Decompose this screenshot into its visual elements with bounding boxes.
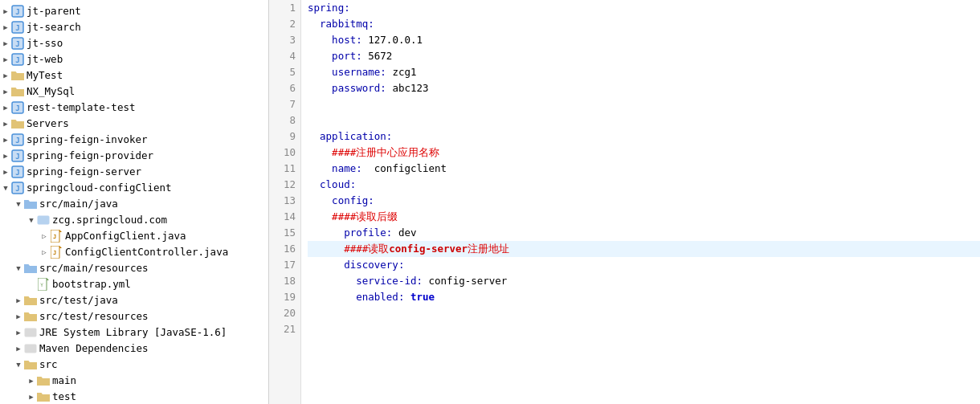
sidebar-item-bootstrap-yml[interactable]: Ybootstrap.yml <box>0 276 268 292</box>
sidebar-item-AppConfigClient[interactable]: ▷JAppConfigClient.java <box>0 228 268 244</box>
tree-arrow-icon: ▶ <box>0 86 11 97</box>
sidebar-item-src-test-resources[interactable]: ▶src/test/resources <box>0 308 268 324</box>
code-line <box>308 305 980 321</box>
line-number: 14 <box>269 209 300 225</box>
sidebar-item-rest-template-test[interactable]: ▶Jrest-template-test <box>0 100 268 116</box>
tree-arrow-icon: ▶ <box>0 38 11 49</box>
tree-item-label: MyTest <box>27 68 63 83</box>
sidebar-item-springcloud-configClient[interactable]: ▼Jspringcloud-configClient <box>0 180 268 196</box>
svg-text:J: J <box>15 153 19 161</box>
line-number: 5 <box>269 64 300 80</box>
folder-icon <box>24 294 37 307</box>
tree-item-label: src/main/resources <box>39 261 148 275</box>
tree-arrow-icon: ▶ <box>0 134 11 145</box>
sidebar-item-jt-web[interactable]: ▶Jjt-web <box>0 51 268 67</box>
line-number: 8 <box>269 112 300 129</box>
svg-text:J: J <box>53 250 56 256</box>
tree-arrow-icon: ▼ <box>0 182 11 194</box>
line-number: 1 <box>269 0 300 16</box>
folder-icon <box>11 117 24 130</box>
tree-item-label: AppConfigClient.java <box>65 229 186 243</box>
sidebar-item-jre-system-library[interactable]: ▶JRE System Library [JavaSE-1.6] <box>0 324 268 341</box>
code-line: host: 127.0.0.1 <box>308 32 980 48</box>
code-line <box>308 96 980 112</box>
sidebar-item-jt-sso[interactable]: ▶Jjt-sso <box>0 35 268 51</box>
folder-icon <box>24 310 37 323</box>
sidebar-item-maven-dependencies[interactable]: ▶Maven Dependencies <box>0 341 268 357</box>
code-line: ####读取后缀 <box>308 209 980 225</box>
sidebar-item-spring-feign-provider[interactable]: ▶Jspring-feign-provider <box>0 148 268 164</box>
code-line: ####读取config-server注册地址 <box>308 241 980 257</box>
code-line: config: <box>308 193 980 209</box>
project-explorer[interactable]: ▶Jjt-parent▶Jjt-search▶Jjt-sso▶Jjt-web▶M… <box>0 0 269 404</box>
svg-text:J: J <box>15 169 19 177</box>
svg-rect-37 <box>25 329 36 337</box>
tree-item-label: rest-template-test <box>27 100 135 115</box>
sidebar-item-jt-search[interactable]: ▶Jjt-search <box>0 19 268 35</box>
project-icon: J <box>11 165 24 178</box>
tree-item-label: jt-sso <box>27 36 63 51</box>
tree-item-label: src/test/java <box>39 293 118 308</box>
line-number: 2 <box>269 16 300 32</box>
sidebar-item-Servers[interactable]: ▶Servers <box>0 116 268 132</box>
svg-marker-35 <box>47 278 49 280</box>
yaml-file-icon: Y <box>37 278 50 291</box>
library-icon <box>24 326 37 339</box>
code-area: spring: rabbitmq: host: 127.0.0.1 port: … <box>301 0 980 404</box>
tree-item-label: jt-parent <box>27 4 81 18</box>
project-icon: J <box>11 182 24 194</box>
svg-text:J: J <box>15 185 19 193</box>
sidebar-item-src-test-java[interactable]: ▶src/test/java <box>0 292 268 308</box>
code-line <box>308 112 980 129</box>
svg-text:J: J <box>15 56 19 64</box>
tree-arrow-icon: ▷ <box>39 231 50 242</box>
sidebar-item-spring-feign-server[interactable]: ▶Jspring-feign-server <box>0 164 268 180</box>
code-line: ####注册中心应用名称 <box>308 145 980 161</box>
sidebar-item-test[interactable]: ▶test <box>0 389 268 404</box>
tree-arrow-icon: ▶ <box>13 343 24 354</box>
folder-icon <box>11 69 24 82</box>
tree-item-label: main <box>52 373 76 388</box>
tree-arrow-icon: ▶ <box>0 102 11 113</box>
tree-arrow-icon: ▶ <box>0 166 11 178</box>
line-number: 19 <box>269 289 300 305</box>
sidebar-item-spring-feign-invoker[interactable]: ▶Jspring-feign-invoker <box>0 132 268 148</box>
sidebar-item-main[interactable]: ▶main <box>0 373 268 389</box>
tree-arrow-icon: ▶ <box>0 118 11 129</box>
tree-item-label: Maven Dependencies <box>39 341 148 356</box>
sidebar-item-MyTest[interactable]: ▶MyTest <box>0 67 268 84</box>
line-number: 6 <box>269 80 300 96</box>
line-number: 15 <box>269 225 300 241</box>
sidebar-item-jt-parent[interactable]: ▶Jjt-parent <box>0 3 268 19</box>
tree-item-label: spring-feign-server <box>27 165 141 179</box>
tree-arrow-icon: ▶ <box>13 311 24 322</box>
package-icon <box>37 214 50 226</box>
tree-item-label: zcg.springcloud.com <box>52 213 167 227</box>
code-line: profile: dev <box>308 225 980 241</box>
sidebar-item-src[interactable]: ▼src <box>0 357 268 373</box>
src-folder-icon <box>24 198 37 210</box>
line-numbers: 123456789101112131415161718192021 <box>269 0 301 404</box>
tree-arrow-icon: ▶ <box>0 54 11 65</box>
sidebar-item-zcg.springcloud.com[interactable]: ▼zcg.springcloud.com <box>0 212 268 228</box>
tree-item-label: test <box>52 390 76 404</box>
line-number: 9 <box>269 129 300 145</box>
tree-item-label: ConfigClientController.java <box>65 245 228 259</box>
project-icon: J <box>11 5 24 18</box>
tree-arrow-icon: ▷ <box>39 247 50 258</box>
code-line: enabled: true <box>308 289 980 305</box>
tree-arrow-icon: ▼ <box>13 198 24 210</box>
editor-content: 123456789101112131415161718192021 spring… <box>269 0 980 404</box>
line-number: 17 <box>269 257 300 273</box>
sidebar-item-src-main-java[interactable]: ▼src/main/java <box>0 196 268 212</box>
tree-arrow-icon: ▶ <box>13 327 24 338</box>
sidebar-item-src-main-resources[interactable]: ▼src/main/resources <box>0 260 268 276</box>
svg-rect-38 <box>25 345 36 353</box>
sidebar-item-ConfigClientController[interactable]: ▷JConfigClientController.java <box>0 244 268 260</box>
line-number: 10 <box>269 145 300 161</box>
java-file-icon: J <box>50 246 63 259</box>
sidebar-item-NX_MySql[interactable]: ▶NX_MySql <box>0 84 268 100</box>
code-line: name: configclient <box>308 161 980 177</box>
svg-marker-29 <box>59 230 62 232</box>
line-number: 21 <box>269 321 300 337</box>
